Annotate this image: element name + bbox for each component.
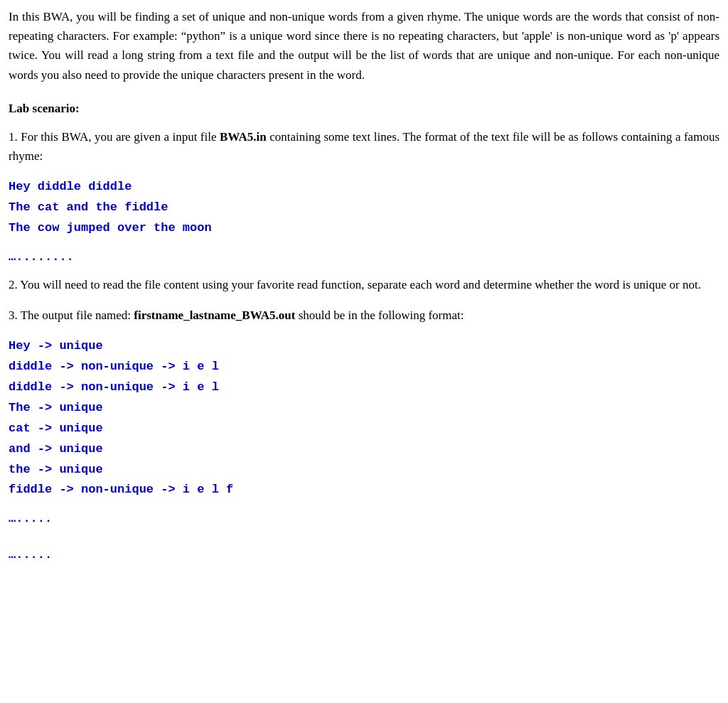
- rhyme-block: Hey diddle diddle The cat and the fiddle…: [9, 177, 719, 239]
- item1-filename: BWA5.in: [220, 130, 267, 144]
- rhyme-line-1: Hey diddle diddle: [9, 177, 719, 198]
- output-ellipsis-1: ….....: [9, 512, 719, 525]
- output-block: Hey -> unique diddle -> non-unique -> i …: [9, 336, 719, 500]
- item3-suffix: should be in the following format:: [295, 308, 464, 322]
- item1-prefix: 1. For this BWA, you are given a input f…: [9, 130, 220, 144]
- lab-scenario-heading: Lab scenario:: [9, 102, 719, 116]
- rhyme-line-3: The cow jumped over the moon: [9, 218, 719, 239]
- item3-filename: firstname_lastname_BWA5.out: [134, 308, 295, 322]
- intro-paragraph: In this BWA, you will be finding a set o…: [9, 7, 719, 85]
- output-ellipsis-2: ….....: [9, 548, 719, 562]
- output-line-8: fiddle -> non-unique -> i e l f: [9, 480, 719, 500]
- rhyme-line-2: The cat and the fiddle: [9, 198, 719, 218]
- lab-item-2: 2. You will need to read the file conten…: [9, 275, 719, 294]
- item3-prefix: 3. The output file named:: [9, 308, 134, 322]
- output-line-1: Hey -> unique: [9, 336, 719, 357]
- output-line-3: diddle -> non-unique -> i e l: [9, 377, 719, 398]
- output-line-7: the -> unique: [9, 460, 719, 481]
- rhyme-ellipsis: …........: [9, 250, 719, 264]
- lab-item-1: 1. For this BWA, you are given a input f…: [9, 127, 719, 166]
- output-line-5: cat -> unique: [9, 419, 719, 439]
- lab-item-3: 3. The output file named: firstname_last…: [9, 306, 719, 325]
- output-line-6: and -> unique: [9, 439, 719, 460]
- output-line-2: diddle -> non-unique -> i e l: [9, 357, 719, 377]
- output-line-4: The -> unique: [9, 398, 719, 419]
